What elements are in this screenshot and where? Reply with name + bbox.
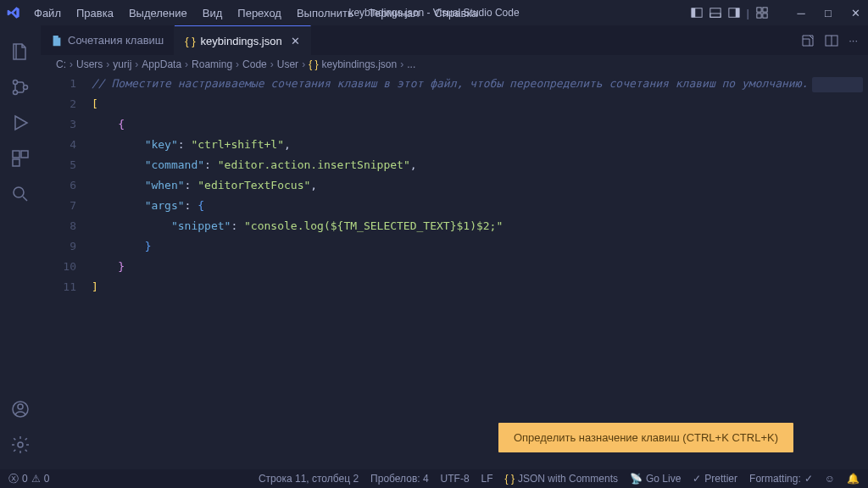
svg-point-16 <box>14 187 24 197</box>
menu-view[interactable]: Вид <box>196 3 230 23</box>
status-bell-icon[interactable]: 🔔 <box>847 473 860 485</box>
status-language[interactable]: { } JSON with Comments <box>505 473 618 485</box>
notification-toast[interactable]: Определить назначение клавиш (CTRL+K CTR… <box>498 423 793 452</box>
svg-point-18 <box>18 404 23 409</box>
source-control-icon[interactable] <box>0 69 41 105</box>
bc-item[interactable]: C: <box>56 58 66 70</box>
status-golive[interactable]: 📡 Go Live <box>630 473 681 485</box>
status-eol[interactable]: LF <box>481 473 493 485</box>
menu-file[interactable]: Файл <box>27 3 68 23</box>
svg-rect-6 <box>757 7 761 11</box>
tab-keyboard-shortcuts[interactable]: Сочетания клавиш <box>41 25 175 55</box>
split-editor-icon[interactable] <box>825 34 838 47</box>
bc-item[interactable]: Roaming <box>192 58 232 70</box>
bc-item[interactable]: yurij <box>113 58 131 70</box>
status-cursor[interactable]: Строка 11, столбец 2 <box>259 473 359 485</box>
run-debug-icon[interactable] <box>0 105 41 141</box>
panel-right-icon[interactable] <box>728 7 740 19</box>
svg-point-12 <box>24 86 28 90</box>
menu-go[interactable]: Переход <box>231 3 288 23</box>
bc-item[interactable]: Code <box>242 58 267 70</box>
bc-item[interactable]: keybindings.json <box>321 58 397 70</box>
svg-rect-13 <box>13 151 19 158</box>
panel-bottom-icon[interactable] <box>709 7 721 19</box>
status-encoding[interactable]: UTF-8 <box>441 473 470 485</box>
open-changes-icon[interactable] <box>801 34 815 47</box>
titlebar: Файл Правка Выделение Вид Переход Выполн… <box>0 0 868 25</box>
tab-label: keybindings.json <box>201 35 282 47</box>
svg-rect-9 <box>763 13 767 17</box>
more-actions-icon[interactable]: ··· <box>849 34 858 47</box>
search-icon[interactable] <box>0 176 41 212</box>
svg-point-10 <box>14 80 18 85</box>
gutter: 1234567891011 <box>41 74 92 469</box>
status-errors[interactable]: ⓧ 0 ⚠ 0 <box>8 472 49 486</box>
explorer-icon[interactable] <box>0 34 41 69</box>
panel-left-icon[interactable] <box>691 7 703 19</box>
status-formatting[interactable]: Formatting: ✓ <box>749 473 813 485</box>
minimize-button[interactable]: ─ <box>795 7 807 19</box>
bc-item[interactable]: Users <box>76 58 103 70</box>
tab-bar: Сочетания клавиш { } keybindings.json ✕ … <box>41 25 868 55</box>
json-icon: { } <box>309 58 318 70</box>
bc-item[interactable]: ... <box>407 58 415 70</box>
layout-grid-icon[interactable] <box>756 7 768 19</box>
svg-rect-7 <box>763 7 767 11</box>
svg-rect-2 <box>709 8 720 17</box>
tab-keybindings-json[interactable]: { } keybindings.json ✕ <box>175 25 310 55</box>
close-icon[interactable]: ✕ <box>291 35 300 47</box>
status-indentation[interactable]: Пробелов: 4 <box>370 473 429 485</box>
window-title: keybindings.json - Visual Studio Code <box>348 7 519 19</box>
svg-rect-5 <box>735 8 738 17</box>
svg-rect-1 <box>691 8 694 17</box>
layout-controls: | <box>691 7 768 19</box>
bc-item[interactable]: User <box>277 58 298 70</box>
svg-rect-14 <box>21 151 28 158</box>
breadcrumbs[interactable]: C:› Users› yurij› AppData› Roaming› Code… <box>41 55 868 74</box>
menu-edit[interactable]: Правка <box>70 3 120 23</box>
svg-point-19 <box>18 442 23 447</box>
minimap[interactable] <box>812 77 863 92</box>
svg-rect-15 <box>13 159 19 166</box>
svg-rect-8 <box>757 13 761 17</box>
code-content[interactable]: // Поместите настраиваемые сочетания кла… <box>92 74 868 469</box>
svg-rect-3 <box>709 13 720 16</box>
extensions-icon[interactable] <box>0 141 41 176</box>
vscode-logo-icon <box>7 6 20 19</box>
statusbar: ⓧ 0 ⚠ 0 Строка 11, столбец 2 Пробелов: 4… <box>0 469 868 488</box>
tab-label: Сочетания клавиш <box>68 34 164 47</box>
activity-bar <box>0 25 41 469</box>
accounts-icon[interactable] <box>0 391 41 427</box>
status-feedback-icon[interactable]: ☺ <box>825 473 835 485</box>
file-icon <box>51 35 63 47</box>
maximize-button[interactable]: □ <box>822 7 834 19</box>
json-icon: { } <box>185 35 195 47</box>
status-prettier[interactable]: ✓ Prettier <box>693 473 737 485</box>
editor-area: Сочетания клавиш { } keybindings.json ✕ … <box>41 25 868 469</box>
svg-point-11 <box>14 91 18 95</box>
menu-selection[interactable]: Выделение <box>122 3 194 23</box>
bc-item[interactable]: AppData <box>142 58 181 70</box>
close-button[interactable]: ✕ <box>849 7 861 19</box>
editor[interactable]: 1234567891011 // Поместите настраиваемые… <box>41 74 868 469</box>
settings-gear-icon[interactable] <box>0 427 41 463</box>
